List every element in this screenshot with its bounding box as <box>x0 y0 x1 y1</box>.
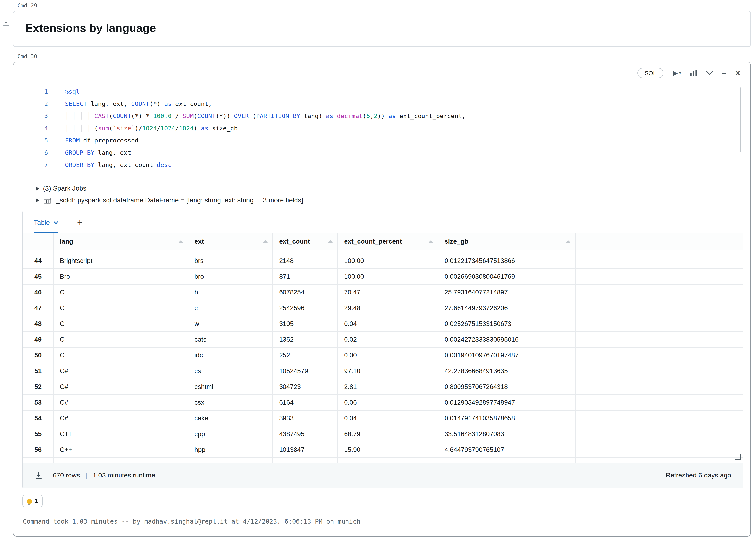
table-cell: 0.0019401097670197487 <box>438 348 576 363</box>
play-icon: ▶ <box>673 70 678 76</box>
tab-table[interactable]: Table <box>34 219 58 233</box>
table-cell: 52 <box>23 379 54 394</box>
table-cell: w <box>188 316 273 331</box>
spark-jobs-toggle[interactable]: (3) Spark Jobs <box>36 185 750 192</box>
column-header-ext_count_percent[interactable]: ext_count_percent <box>338 233 438 250</box>
line-number: 4 <box>13 122 48 135</box>
table-row[interactable]: 55C++cpp438749568.7933.51648312807083 <box>23 426 743 442</box>
cmd-label-30: Cmd 30 <box>17 53 756 59</box>
table-cell: cshtml <box>188 379 273 394</box>
table-cell: 33.51648312807083 <box>438 426 576 442</box>
table-row[interactable]: 51C#cs1052457997.1042.278366684913635 <box>23 363 743 379</box>
table-row[interactable]: 46Ch607825470.4725.793164077214897 <box>23 285 743 300</box>
footer-separator: | <box>85 472 87 479</box>
table-row-partial[interactable]: 57C++cxx70011911.000.5489484894474047 <box>23 458 743 463</box>
table-row[interactable]: 48Cw31050.040.02526751533150673 <box>23 316 743 332</box>
table-row[interactable]: 53C#csx61640.060.012903492897748947 <box>23 395 743 411</box>
code-line: 3│ │ │ │ CAST(COUNT(*) * 100.0 / SUM(COU… <box>13 110 745 122</box>
minimize-icon[interactable]: − <box>722 69 727 77</box>
table-row[interactable]: 45Brobro871100.000.002669030800461769 <box>23 269 743 285</box>
table-cell: C++ <box>54 442 188 457</box>
table-cell: 11.00 <box>338 458 438 463</box>
chevron-down-icon[interactable] <box>706 71 713 75</box>
table-cell: 4.644793790765107 <box>438 442 576 457</box>
runtime-label: 1.03 minutes runtime <box>93 472 155 479</box>
collapse-cell-icon[interactable] <box>3 19 9 26</box>
line-number: 7 <box>13 159 48 171</box>
table-cell <box>576 332 743 347</box>
sort-icon[interactable] <box>263 240 268 243</box>
run-button[interactable]: ▶▾ <box>673 70 681 76</box>
table-cell: C <box>54 300 188 316</box>
markdown-cell[interactable]: Extensions by language <box>13 11 751 47</box>
code-editor[interactable]: 1%sql2SELECT lang, ext, COUNT(*) as ext_… <box>13 82 745 176</box>
table-row[interactable]: 52C#cshtml3047232.810.8009537067264318 <box>23 379 743 395</box>
sort-icon[interactable] <box>178 240 183 243</box>
minus-glyph <box>5 22 7 23</box>
table-cell: hpp <box>188 442 273 457</box>
caret-right-icon <box>36 187 39 191</box>
command-summary: Command took 1.03 minutes -- by madhav.s… <box>23 518 750 525</box>
table-cell: 1352 <box>273 332 338 347</box>
column-label: ext_count_percent <box>344 238 402 245</box>
caret-right-icon <box>36 198 39 202</box>
table-row[interactable]: 47Cc254259629.4827.661449793726206 <box>23 300 743 316</box>
run-dropdown-icon: ▾ <box>679 71 681 75</box>
table-cell <box>576 363 743 379</box>
sort-icon[interactable] <box>328 240 333 243</box>
sort-icon[interactable] <box>566 240 571 243</box>
table-cell: 0.02526751533150673 <box>438 316 576 331</box>
column-header-empty <box>23 233 54 250</box>
column-label: size_gb <box>445 238 468 245</box>
column-header-lang[interactable]: lang <box>54 233 188 250</box>
table-cell: C <box>54 332 188 347</box>
language-badge[interactable]: SQL <box>637 68 663 78</box>
table-cell: 56 <box>23 442 54 457</box>
table-row[interactable]: 44Brightscriptbrs2148100.000.01221734564… <box>23 253 743 269</box>
table-cell: C# <box>54 395 188 410</box>
table-cell: cs <box>188 363 273 379</box>
sqldf-label: _sqldf: pyspark.sql.dataframe.DataFrame … <box>56 196 303 204</box>
table-cell: 2.81 <box>338 379 438 394</box>
results-footer: 670 rows | 1.03 minutes runtime Refreshe… <box>23 463 743 488</box>
table-row-clipped <box>23 250 743 253</box>
table-cell: 3933 <box>273 411 338 426</box>
line-number: 2 <box>13 98 48 110</box>
column-header-empty <box>576 233 743 250</box>
column-header-ext_count[interactable]: ext_count <box>273 233 338 250</box>
table-cell: cats <box>188 332 273 347</box>
editor-scrollbar[interactable] <box>740 87 741 152</box>
sort-icon[interactable] <box>428 240 433 243</box>
resize-handle-icon[interactable] <box>735 454 741 460</box>
table-scrollbar-track[interactable] <box>737 250 737 463</box>
add-visualization-button[interactable]: + <box>77 217 82 233</box>
table-cell <box>576 395 743 410</box>
spark-jobs-label: (3) Spark Jobs <box>43 185 86 192</box>
bar-chart-icon[interactable] <box>690 70 697 76</box>
table-body: 44Brightscriptbrs2148100.000.01221734564… <box>23 250 743 463</box>
table-cell: 68.79 <box>338 426 438 442</box>
table-row[interactable]: 49Ccats13520.020.0024272333830595016 <box>23 332 743 348</box>
table-cell: 0.02 <box>338 332 438 347</box>
table-cell: 47 <box>23 300 54 316</box>
table-row[interactable]: 50Cidc2520.000.0019401097670197487 <box>23 348 743 363</box>
code-lines: 1%sql2SELECT lang, ext, COUNT(*) as ext_… <box>13 86 745 171</box>
close-icon[interactable]: × <box>735 69 740 77</box>
code-line: 7ORDER BY lang, ext_count desc <box>13 159 745 171</box>
table-cell: 53 <box>23 395 54 410</box>
table-row[interactable]: 56C++hpp101384715.904.644793790765107 <box>23 442 743 458</box>
column-header-size_gb[interactable]: size_gb <box>438 233 576 250</box>
assistant-suggestion-badge[interactable]: 1 <box>22 495 43 507</box>
column-header-ext[interactable]: ext <box>188 233 273 250</box>
table-cell: C <box>54 316 188 331</box>
markdown-title: Extensions by language <box>25 22 739 35</box>
sqldf-toggle[interactable]: _sqldf: pyspark.sql.dataframe.DataFrame … <box>36 196 750 204</box>
notebook-page: Cmd 29 Extensions by language Cmd 30 SQL… <box>0 2 756 544</box>
table-cell: 49 <box>23 332 54 347</box>
table-cell: 27.661449793726206 <box>438 300 576 316</box>
dataframe-icon <box>44 197 51 203</box>
table-cell: 55 <box>23 426 54 442</box>
table-cell: 2148 <box>273 253 338 268</box>
table-row[interactable]: 54C#cake39330.040.014791741035878658 <box>23 411 743 426</box>
download-icon[interactable] <box>35 472 43 479</box>
